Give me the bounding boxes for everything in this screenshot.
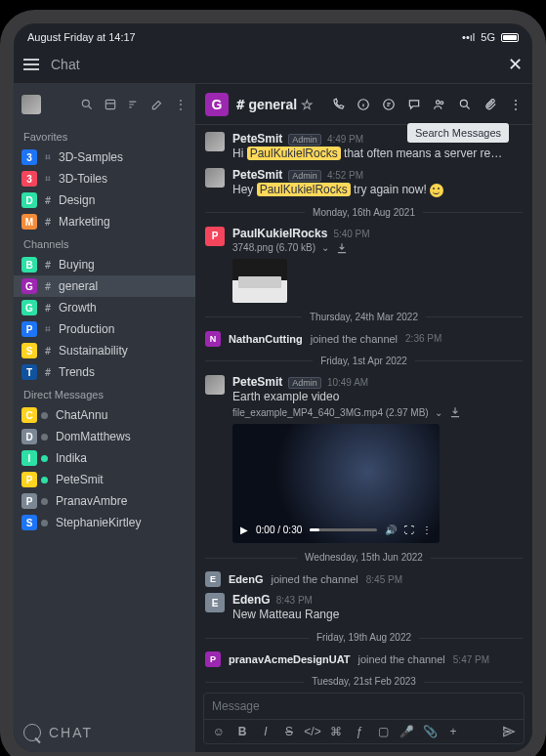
bold-icon[interactable]: B — [235, 725, 249, 738]
system-message: N NathanCutting joined the channel 2:36 … — [195, 328, 532, 350]
menu-icon[interactable] — [23, 59, 39, 70]
message: E EdenG 8:43 PM New Matteau Range — [195, 590, 532, 626]
message: PeteSmit Admin 10:49 AM Earth example vi… — [195, 372, 532, 547]
sidebar: ⋮ Favorites 3⌗3D-Samples3⌗3D-ToilesD#Des… — [14, 84, 195, 752]
channel-item[interactable]: G#Growth — [14, 297, 195, 318]
msg-time: 5:40 PM — [333, 229, 369, 239]
download-icon — [448, 405, 462, 419]
mention[interactable]: PaulKukielRocks — [257, 183, 351, 196]
dm-item[interactable]: SStephanieKirtley — [14, 512, 195, 533]
dm-item[interactable]: DDomMatthews — [14, 426, 195, 447]
channel-avatar: G — [205, 93, 229, 116]
search-input[interactable]: Chat — [51, 57, 496, 72]
video-player[interactable]: ▶ 0:00 / 0:30 🔊 ⛶ ⋮ — [232, 424, 440, 543]
directory-icon[interactable] — [104, 98, 117, 111]
katex-icon[interactable]: ƒ — [353, 725, 366, 738]
channel-item[interactable]: 3⌗3D-Toiles — [14, 168, 195, 189]
svg-point-0 — [82, 100, 89, 106]
volume-icon[interactable]: 🔊 — [385, 525, 397, 535]
channel-item[interactable]: G#general — [14, 275, 195, 297]
code-icon[interactable]: </> — [306, 725, 319, 738]
hash-icon: # — [45, 367, 51, 378]
avatar — [205, 132, 225, 151]
play-icon[interactable]: ▶ — [240, 525, 248, 535]
channel-badge: G — [21, 300, 37, 315]
channel-item[interactable]: 3⌗3D-Samples — [14, 147, 195, 168]
message-list: PeteSmit Admin 4:49 PM Hi PaulKukielRock… — [195, 125, 532, 687]
dm-item[interactable]: CChatAnnu — [14, 404, 195, 426]
close-icon[interactable]: ✕ — [508, 54, 523, 75]
footer-label: CHAT — [49, 725, 93, 740]
message-input[interactable]: Message — [204, 693, 524, 719]
msg-time: 10:49 AM — [327, 377, 368, 388]
kebab-icon[interactable]: ⋮ — [422, 525, 432, 535]
hash-icon: # — [45, 346, 51, 357]
device-frame: August Friday at 14:17 ••ıl 5G Chat ✕ ⋮ — [0, 10, 546, 756]
msg-username: pranavAcmeDesignUAT — [229, 653, 351, 665]
call-icon[interactable] — [331, 98, 345, 111]
plus-icon[interactable]: + — [446, 725, 460, 738]
dm-item[interactable]: PPranavAmbre — [14, 490, 195, 512]
channel-badge: S — [21, 343, 37, 358]
section-dms: Direct Messages — [14, 383, 195, 404]
dm-item[interactable]: PPeteSmit — [14, 469, 195, 490]
file-attachment[interactable]: 3748.png (6.70 kB)⌄ — [232, 240, 523, 256]
hash-icon: # — [236, 97, 244, 112]
composer: Message ☺ B I S </> ⌘ ƒ ▢ 🎤 📎 + — [203, 693, 525, 744]
channel-badge: P — [21, 472, 37, 487]
msg-username: NathanCutting — [229, 333, 303, 345]
emoji-icon[interactable]: ☺ — [212, 725, 226, 738]
tooltip-search-messages: Search Messages — [407, 123, 509, 143]
hash-icon: # — [45, 260, 51, 271]
kebab-icon[interactable]: ⋮ — [509, 98, 523, 111]
msg-username: PaulKukielRocks — [232, 227, 327, 240]
mention[interactable]: PaulKukielRocks — [247, 147, 341, 160]
sort-icon[interactable] — [127, 98, 141, 111]
avatar[interactable] — [21, 95, 41, 114]
members-icon[interactable] — [433, 98, 446, 111]
compose-icon[interactable] — [150, 98, 164, 111]
channel-item[interactable]: M#Marketing — [14, 211, 195, 232]
channel-item[interactable]: B#Buying — [14, 254, 195, 275]
channel-item[interactable]: D#Design — [14, 189, 195, 211]
attach-icon[interactable]: 📎 — [423, 725, 437, 738]
chat-logo-icon — [23, 724, 41, 741]
files-icon[interactable] — [483, 98, 497, 111]
video-scrubber[interactable] — [310, 528, 377, 531]
hash-icon: # — [45, 217, 51, 228]
multiline-code-icon[interactable]: ⌘ — [329, 725, 343, 738]
msg-time: 8:43 PM — [276, 595, 313, 606]
admin-badge: Admin — [288, 377, 321, 389]
channel-item[interactable]: T#Trends — [14, 361, 195, 383]
hash-icon: ⌗ — [45, 173, 51, 185]
item-label: Growth — [59, 301, 97, 315]
battery-icon — [501, 33, 519, 42]
dm-item[interactable]: IIndika — [14, 447, 195, 469]
msg-body: Hey PaulKukielRocks try again now! — [232, 182, 523, 198]
discussion-icon[interactable] — [382, 98, 396, 111]
avatar: P — [205, 227, 225, 246]
search-icon[interactable] — [80, 98, 94, 111]
channel-title: general — [248, 97, 297, 112]
info-icon[interactable] — [357, 98, 370, 111]
item-label: Buying — [59, 258, 95, 272]
italic-icon[interactable]: I — [259, 725, 273, 738]
signal-icon: ••ıl — [462, 31, 475, 43]
file-attachment[interactable]: file_example_MP4_640_3MG.mp4 (2.97 MB)⌄ — [232, 404, 523, 420]
channel-item[interactable]: S#Sustainability — [14, 340, 195, 361]
strike-icon[interactable]: S — [282, 725, 296, 738]
item-label: Sustainability — [59, 344, 128, 357]
video-msg-icon[interactable]: ▢ — [376, 725, 390, 738]
channel-item[interactable]: P⌗Production — [14, 318, 195, 340]
channel-badge: D — [21, 192, 37, 208]
thread-icon[interactable] — [407, 98, 421, 111]
image-preview[interactable] — [232, 259, 287, 303]
kebab-icon[interactable]: ⋮ — [174, 98, 188, 111]
channel-badge: B — [21, 257, 37, 273]
fullscreen-icon[interactable]: ⛶ — [404, 525, 414, 535]
audio-msg-icon[interactable]: 🎤 — [399, 725, 413, 738]
send-icon[interactable] — [502, 725, 516, 738]
system-message: P pranavAcmeDesignUAT joined the channel… — [195, 649, 532, 670]
search-messages-icon[interactable] — [458, 98, 472, 111]
star-icon[interactable]: ☆ — [301, 97, 314, 112]
